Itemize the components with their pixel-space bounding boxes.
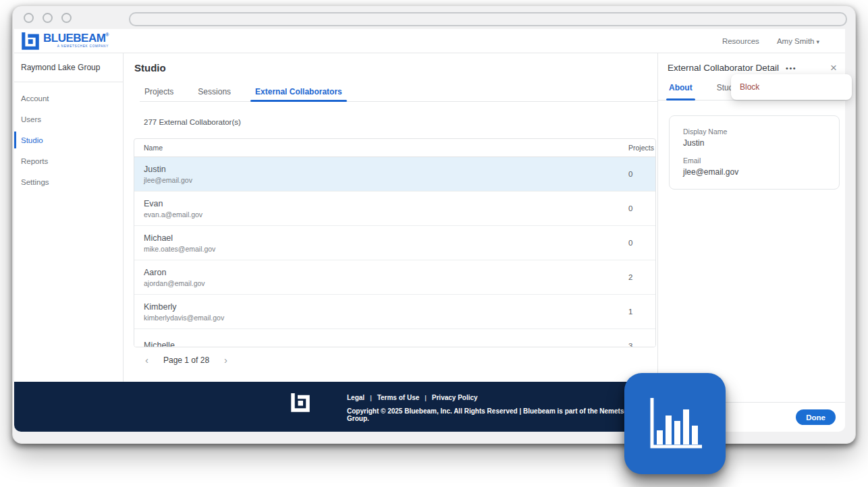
sidebar: Raymond Lake Group Account Users Studio …: [14, 53, 124, 382]
sidebar-item-studio[interactable]: Studio: [14, 130, 123, 150]
row-name-cell: Michael mike.oates@email.gov: [144, 233, 628, 253]
tab-projects[interactable]: Projects: [140, 87, 178, 101]
footer-link-terms[interactable]: Terms of Use: [377, 394, 420, 401]
sidebar-item-settings[interactable]: Settings: [14, 171, 123, 192]
collaborator-name: Michelle: [144, 341, 628, 348]
footer-text: Legal | Terms of Use | Privacy Policy Co…: [347, 394, 657, 422]
collaborator-email: ajordan@email.gov: [144, 279, 628, 287]
app-footer: Legal | Terms of Use | Privacy Policy Co…: [14, 382, 657, 432]
field-value: jlee@email.gov: [683, 167, 825, 177]
collaborator-projects: 2: [628, 273, 655, 281]
footer-link-privacy[interactable]: Privacy Policy: [432, 394, 478, 401]
field-label: Display Name: [683, 127, 825, 136]
row-name-cell: Kimberly kimberlydavis@email.gov: [144, 302, 628, 322]
detail-panel-title: External Collaborator Detail: [668, 63, 779, 73]
table-row[interactable]: Aaron ajordan@email.gov 2: [134, 260, 655, 295]
row-name-cell: Justin jlee@email.gov: [144, 165, 628, 184]
row-name-cell: Evan evan.a@email.gov: [144, 199, 628, 219]
footer-link-legal[interactable]: Legal: [347, 394, 364, 401]
footer-copyright: Copyright © 2025 Bluebeam, Inc. All Righ…: [347, 407, 657, 422]
brand-subtitle: A NEMETSCHEK COMPANY: [57, 45, 109, 49]
screenshot-stage: BLUEBEAM® A NEMETSCHEK COMPANY Resources…: [0, 0, 868, 487]
row-name-cell: Michelle: [144, 341, 628, 348]
collaborator-projects: 0: [628, 204, 655, 212]
done-button[interactable]: Done: [796, 409, 836, 425]
address-bar[interactable]: [129, 12, 847, 26]
footer-separator: |: [425, 395, 427, 401]
browser-chrome: [13, 6, 855, 29]
window-maximize-icon[interactable]: [61, 13, 72, 23]
panel-spacer: [658, 190, 845, 402]
window-close-icon[interactable]: [24, 13, 34, 23]
menu-item-block[interactable]: Block: [740, 82, 759, 92]
ellipsis-menu-icon[interactable]: •••: [786, 64, 796, 72]
main-content: Studio Projects Sessions External Collab…: [124, 53, 657, 382]
footer-separator: |: [370, 395, 372, 401]
page-indicator: Page 1 of 28: [163, 355, 209, 365]
reports-tile[interactable]: [624, 373, 726, 474]
sidebar-item-account[interactable]: Account: [14, 88, 123, 109]
window-controls: [24, 13, 72, 23]
studio-tabs: Projects Sessions External Collaborators: [140, 87, 657, 102]
collaborator-name: Evan: [144, 199, 628, 208]
tab-external-collaborators[interactable]: External Collaborators: [250, 87, 347, 101]
collaborator-name: Justin: [144, 165, 628, 174]
detail-panel-header: External Collaborator Detail ••• ×: [658, 53, 845, 74]
sidebar-item-users[interactable]: Users: [14, 109, 123, 130]
row-name-cell: Aaron ajordan@email.gov: [144, 268, 628, 287]
pagination: ‹ Page 1 of 28 ›: [145, 355, 657, 365]
collaborator-email: jlee@email.gov: [144, 176, 628, 184]
brand-trademark: ®: [105, 32, 109, 37]
field-value: Justin: [683, 138, 825, 148]
collaborators-table: Name Projects Justin jlee@email.gov 0: [134, 138, 656, 347]
org-name: Raymond Lake Group: [14, 63, 123, 82]
browser-window: BLUEBEAM® A NEMETSCHEK COMPANY Resources…: [12, 5, 856, 444]
app-header: BLUEBEAM® A NEMETSCHEK COMPANY Resources…: [14, 29, 845, 53]
field-email: Email jlee@email.gov: [683, 156, 825, 177]
table-row[interactable]: Michael mike.oates@email.gov 0: [134, 226, 655, 260]
column-header-name: Name: [144, 144, 628, 152]
page-prev-button[interactable]: ‹: [145, 355, 148, 365]
window-minimize-icon[interactable]: [43, 13, 53, 23]
table-header: Name Projects: [134, 139, 655, 157]
panel-tab-about[interactable]: About: [668, 83, 694, 100]
sidebar-nav: Account Users Studio Reports Settings: [14, 82, 123, 192]
column-header-projects: Projects: [628, 144, 655, 152]
table-row[interactable]: Evan evan.a@email.gov 0: [134, 192, 655, 226]
collaborator-name: Michael: [144, 233, 628, 243]
bluebeam-logo: BLUEBEAM® A NEMETSCHEK COMPANY: [22, 32, 109, 50]
user-menu[interactable]: Amy Smith▾: [777, 37, 819, 45]
collaborator-email: kimberlydavis@email.gov: [144, 314, 628, 322]
collaborator-email: mike.oates@email.gov: [144, 245, 628, 253]
table-row[interactable]: Justin jlee@email.gov 0: [134, 157, 655, 192]
ellipsis-dropdown-menu: Block: [731, 74, 852, 100]
collaborator-projects: 0: [628, 239, 655, 247]
tab-sessions[interactable]: Sessions: [193, 87, 236, 101]
bluebeam-wordmark: BLUEBEAM® A NEMETSCHEK COMPANY: [43, 32, 109, 49]
field-display-name: Display Name Justin: [683, 127, 825, 148]
table-row[interactable]: Kimberly kimberlydavis@email.gov 1: [134, 295, 655, 329]
collaborator-count: 277 External Collaborator(s): [144, 118, 657, 126]
user-name: Amy Smith: [777, 37, 815, 45]
collaborator-name: Aaron: [144, 268, 628, 277]
collaborator-email: evan.a@email.gov: [144, 210, 628, 219]
collaborator-projects: 1: [628, 308, 655, 316]
header-right: Resources Amy Smith▾: [722, 37, 845, 45]
collaborator-name: Kimberly: [144, 302, 628, 312]
collaborator-projects: 3: [628, 342, 655, 347]
sidebar-item-reports[interactable]: Reports: [14, 150, 123, 171]
caret-down-icon: ▾: [816, 38, 819, 45]
collaborator-projects: 0: [628, 170, 655, 178]
field-label: Email: [683, 156, 825, 165]
bluebeam-footer-logo-icon: [291, 393, 310, 415]
page-next-button[interactable]: ›: [224, 355, 227, 365]
close-icon[interactable]: ×: [830, 62, 837, 74]
resources-link[interactable]: Resources: [722, 37, 759, 45]
bluebeam-logo-icon: [22, 32, 39, 50]
app-root: BLUEBEAM® A NEMETSCHEK COMPANY Resources…: [14, 29, 845, 432]
table-row[interactable]: Michelle 3: [134, 329, 655, 347]
footer-links: Legal | Terms of Use | Privacy Policy: [347, 394, 657, 401]
collaborator-detail-card: Display Name Justin Email jlee@email.gov: [669, 115, 840, 190]
page-title: Studio: [134, 62, 657, 74]
brand-name: BLUEBEAM: [43, 32, 105, 45]
